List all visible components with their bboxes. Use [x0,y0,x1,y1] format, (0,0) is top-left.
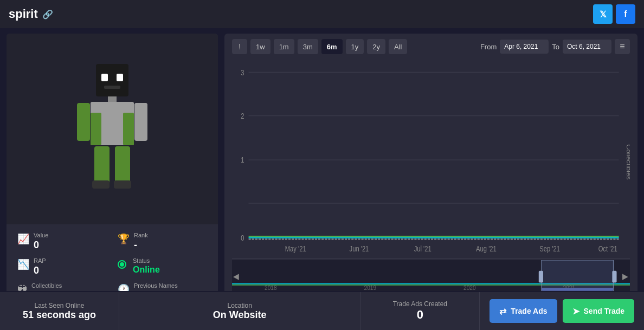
svg-text:Oct '21: Oct '21 [598,245,617,253]
header-left: spirit 🔗 [9,7,53,21]
chart-svg: 3 2 1 0 Collectibles May '21 [232,59,630,258]
from-label: From [480,43,497,51]
svg-rect-8 [77,103,90,141]
rap-number: 0 [34,264,46,277]
period-1y[interactable]: 1y [346,39,364,54]
chart-menu-button[interactable]: ≡ [615,39,630,54]
svg-rect-38 [539,271,543,283]
app-title: spirit [9,7,38,21]
avatar-section [7,34,218,224]
svg-text:Jul '21: Jul '21 [414,245,432,253]
period-3m[interactable]: 3m [298,39,318,54]
svg-rect-7 [123,113,134,145]
header-right: 𝕏 f [593,4,635,24]
bottom-bar: Last Seen Online 51 seconds ago Location… [0,291,644,330]
chart-main: 3 2 1 0 Collectibles May '21 [232,59,630,259]
svg-text:1: 1 [241,156,244,164]
last-seen-label: Last Seen Online [34,302,84,309]
stat-status-item: Status Online [118,257,207,277]
location-label: Location [227,302,252,309]
from-date-input[interactable] [500,40,549,54]
chart-info-button[interactable]: ! [232,39,247,54]
trade-ads-stat: Trade Ads Created 0 [360,292,480,330]
svg-rect-1 [101,74,108,81]
svg-rect-14 [114,180,131,189]
stat-rank-item: 🏆 Rank - [118,232,207,252]
avatar [66,59,158,199]
collectibles-label: Collectibles [31,282,62,289]
trade-ads-label: Trade Ads Created [393,300,447,308]
svg-rect-6 [91,113,101,145]
last-seen-stat: Last Seen Online 51 seconds ago [0,292,119,330]
mini-chart-svg: 2018 2019 2020 2021 ◀ ▶ [232,260,630,293]
prev-names-label: Previous Names [134,282,178,289]
link-icon[interactable]: 🔗 [42,9,53,20]
left-panel: 📈 Value 0 🏆 Rank - 📉 [7,34,218,310]
svg-rect-10 [134,103,147,122]
svg-rect-13 [92,180,110,189]
stat-rap-item: 📉 RAP 0 [17,257,107,277]
chart-toolbar: ! 1w 1m 3m 6m 1y 2y All From To ≡ [232,39,630,54]
stat-value-item: 📈 Value 0 [17,232,107,252]
action-buttons: ⇄ Trade Ads ➤ Send Trade [480,299,644,323]
value-number: 0 [34,239,48,251]
period-all[interactable]: All [389,39,407,54]
status-label: Status [133,257,160,264]
to-date-input[interactable] [563,40,611,54]
svg-text:◀: ◀ [233,271,240,281]
main-content: 📈 Value 0 🏆 Rank - 📉 [0,28,644,315]
to-label: To [552,43,559,51]
last-seen-value: 51 seconds ago [23,309,96,321]
period-6m[interactable]: 6m [321,39,343,54]
trade-ads-button[interactable]: ⇄ Trade Ads [490,299,557,323]
svg-text:Collectibles: Collectibles [626,144,630,179]
svg-rect-46 [542,288,614,290]
facebook-button[interactable]: f [616,4,635,24]
svg-text:2018: 2018 [265,284,277,290]
svg-text:Jun '21: Jun '21 [350,245,369,253]
svg-rect-4 [108,96,117,102]
svg-rect-0 [96,64,128,96]
svg-text:2019: 2019 [364,284,377,290]
svg-rect-2 [117,74,123,81]
date-range: From To ≡ [480,39,630,54]
svg-text:2: 2 [241,112,244,120]
svg-text:Sep '21: Sep '21 [539,245,560,253]
status-value: Online [133,264,160,276]
svg-text:May '21: May '21 [285,245,306,253]
value-icon: 📈 [17,233,29,245]
chart-mini: 2018 2019 2020 2021 ◀ ▶ [232,260,630,293]
period-1w[interactable]: 1w [250,39,271,54]
rank-number: - [134,239,148,251]
location-stat: Location On Website [119,292,360,330]
send-trade-button[interactable]: ➤ Send Trade [563,299,634,323]
period-1m[interactable]: 1m [274,39,294,54]
right-panel: ! 1w 1m 3m 6m 1y 2y All From To ≡ [224,34,637,310]
svg-rect-37 [542,260,614,293]
svg-rect-3 [104,86,120,89]
rap-label: RAP [34,257,46,264]
send-trade-btn-label: Send Trade [584,307,624,315]
svg-text:Aug '21: Aug '21 [476,245,497,253]
rank-icon: 🏆 [118,233,130,245]
svg-rect-39 [612,271,616,283]
rank-label: Rank [134,232,148,239]
send-trade-icon: ➤ [572,306,579,316]
svg-text:3: 3 [241,68,244,76]
chart-wrapper: 3 2 1 0 Collectibles May '21 [232,59,630,305]
trade-ads-value: 0 [417,308,423,322]
svg-text:▶: ▶ [622,271,629,281]
twitter-button[interactable]: 𝕏 [593,4,613,24]
rap-icon: 📉 [17,258,29,270]
trade-ads-btn-label: Trade Ads [511,307,547,315]
svg-text:2020: 2020 [463,284,476,290]
header: spirit 🔗 𝕏 f [0,0,644,28]
period-2y[interactable]: 2y [367,39,385,54]
trade-ads-icon: ⇄ [499,306,506,316]
status-icon [118,258,128,270]
location-value: On Website [213,309,267,321]
svg-text:0: 0 [241,234,244,242]
value-label: Value [34,232,48,239]
